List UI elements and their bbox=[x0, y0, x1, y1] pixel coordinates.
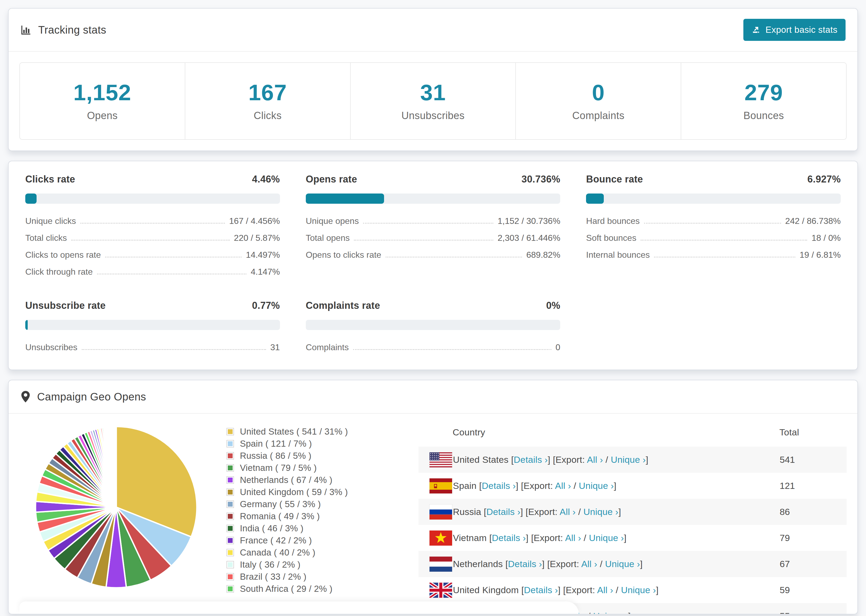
rate-row: Clicks to opens rate14.497% bbox=[25, 250, 280, 260]
details-link[interactable]: Details › bbox=[492, 533, 526, 543]
total-column-header: Total bbox=[779, 417, 847, 447]
rate-head: Complaints rate0% bbox=[306, 300, 561, 311]
geo-pie-legend: United States ( 541 / 31% )Spain ( 121 /… bbox=[227, 426, 404, 614]
bracket: [ bbox=[489, 533, 492, 543]
legend-item-netherlands[interactable]: Netherlands ( 67 / 4% ) bbox=[227, 475, 404, 485]
export-prefix: [Export: bbox=[521, 481, 555, 491]
legend-item-south-africa[interactable]: South Africa ( 29 / 2% ) bbox=[227, 584, 404, 594]
export-unique-link[interactable]: Unique › bbox=[593, 611, 628, 614]
export-all-link[interactable]: All › bbox=[581, 559, 597, 569]
bracket: ] bbox=[618, 507, 621, 517]
rate-title: Unsubscribe rate bbox=[25, 300, 106, 311]
export-all-link[interactable]: All › bbox=[555, 481, 571, 491]
rate-progress-bar bbox=[25, 193, 280, 204]
rate-value: 6.927% bbox=[808, 174, 841, 185]
details-link[interactable]: Details › bbox=[514, 454, 548, 465]
details-link[interactable]: Details › bbox=[482, 481, 516, 491]
export-unique-link[interactable]: Unique › bbox=[611, 454, 646, 465]
legend-swatch bbox=[227, 573, 234, 580]
rate-row: Total clicks220 / 5.87% bbox=[25, 233, 280, 243]
stat-label: Bounces bbox=[743, 110, 784, 121]
rate-progress-fill bbox=[586, 193, 604, 204]
bracket: ] bbox=[548, 454, 553, 465]
legend-label: Italy ( 36 / 2% ) bbox=[240, 559, 301, 570]
rate-progress-bar bbox=[306, 320, 561, 330]
legend-label: France ( 42 / 2% ) bbox=[240, 535, 312, 545]
legend-item-united-kingdom[interactable]: United Kingdom ( 59 / 3% ) bbox=[227, 487, 404, 497]
legend-item-russia[interactable]: Russia ( 86 / 5% ) bbox=[227, 451, 404, 461]
stat-value: 0 bbox=[592, 80, 605, 105]
geo-table-row-gb: United Kingdom [Details ›] [Export: All … bbox=[419, 577, 847, 603]
legend-item-brazil[interactable]: Brazil ( 33 / 2% ) bbox=[227, 572, 404, 582]
legend-swatch-color bbox=[228, 490, 233, 495]
dotted-leader bbox=[644, 223, 781, 224]
legend-item-spain[interactable]: Spain ( 121 / 7% ) bbox=[227, 438, 404, 449]
stat-label: Complaints bbox=[572, 110, 625, 121]
legend-item-romania[interactable]: Romania ( 49 / 3% ) bbox=[227, 511, 404, 522]
legend-item-vietnam[interactable]: Vietnam ( 79 / 5% ) bbox=[227, 463, 404, 473]
total-cell: 67 bbox=[779, 551, 847, 577]
slash: / bbox=[597, 559, 605, 569]
rate-head: Opens rate30.736% bbox=[306, 174, 561, 185]
legend-swatch bbox=[227, 476, 234, 484]
country-cell: Vietnam [Details ›] [Export: All › / Uni… bbox=[453, 525, 779, 551]
export-all-link[interactable]: All › bbox=[587, 454, 603, 465]
rate-row-label: Opens to clicks rate bbox=[306, 250, 381, 260]
legend-item-india[interactable]: India ( 46 / 3% ) bbox=[227, 523, 404, 533]
dotted-leader bbox=[363, 223, 493, 224]
export-prefix: [Export: bbox=[563, 585, 597, 595]
stat-cell-complaints: 0Complaints bbox=[515, 63, 681, 139]
rate-row-label: Hard bounces bbox=[586, 216, 639, 226]
rate-row: Opens to clicks rate689.82% bbox=[306, 250, 561, 260]
rate-row-label: Unsubscribes bbox=[25, 343, 77, 352]
legend-item-canada[interactable]: Canada ( 40 / 2% ) bbox=[227, 547, 404, 558]
export-unique-link[interactable]: Unique › bbox=[605, 559, 640, 569]
rate-row: Unsubscribes31 bbox=[25, 343, 280, 352]
rate-progress-bar bbox=[306, 193, 561, 204]
rate-row-label: Unique clicks bbox=[25, 216, 76, 226]
country-name: Netherlands bbox=[453, 559, 505, 569]
geo-table: Country Total United States [Details ›] … bbox=[419, 417, 847, 614]
geo-content: United States ( 541 / 31% )Spain ( 121 /… bbox=[9, 413, 857, 614]
legend-swatch bbox=[227, 464, 234, 472]
legend-label: India ( 46 / 3% ) bbox=[240, 523, 303, 533]
details-link[interactable]: Details › bbox=[524, 585, 558, 595]
export-prefix: [Export: bbox=[547, 559, 581, 569]
export-unique-link[interactable]: Unique › bbox=[621, 585, 656, 595]
flag-cell bbox=[419, 473, 453, 499]
export-all-link[interactable]: All › bbox=[560, 507, 576, 517]
stat-label: Clicks bbox=[254, 110, 282, 121]
legend-item-germany[interactable]: Germany ( 55 / 3% ) bbox=[227, 499, 404, 509]
rate-row: Soft bounces18 / 0% bbox=[586, 233, 841, 243]
rate-title: Complaints rate bbox=[306, 300, 380, 311]
export-basic-stats-button[interactable]: Export basic stats bbox=[743, 19, 846, 41]
country-cell: Russia [Details ›] [Export: All › / Uniq… bbox=[453, 499, 779, 525]
rate-head: Clicks rate4.46% bbox=[25, 174, 280, 185]
tracking-stats-header: Tracking stats Export basic stats bbox=[9, 9, 857, 52]
stat-cell-bounces: 279Bounces bbox=[681, 63, 846, 139]
bracket: ] bbox=[628, 611, 631, 614]
page-title: Tracking stats bbox=[38, 24, 106, 36]
country-name: Spain bbox=[453, 481, 479, 491]
country-cell: Netherlands [Details ›] [Export: All › /… bbox=[453, 551, 779, 577]
legend-label: Vietnam ( 79 / 5% ) bbox=[240, 463, 317, 473]
legend-item-france[interactable]: France ( 42 / 2% ) bbox=[227, 535, 404, 545]
dotted-leader bbox=[97, 273, 246, 274]
export-unique-link[interactable]: Unique › bbox=[589, 533, 624, 543]
rate-row-label: Total clicks bbox=[25, 233, 67, 243]
dotted-leader bbox=[71, 240, 230, 240]
total-cell: 86 bbox=[779, 499, 847, 525]
rate-section-bounce-rate: Bounce rate6.927%Hard bounces242 / 86.73… bbox=[586, 174, 841, 277]
country-cell: United Kingdom [Details ›] [Export: All … bbox=[453, 577, 779, 603]
export-all-link[interactable]: All › bbox=[597, 585, 613, 595]
legend-item-italy[interactable]: Italy ( 36 / 2% ) bbox=[227, 559, 404, 570]
details-link[interactable]: Details › bbox=[508, 559, 542, 569]
details-link[interactable]: Details › bbox=[486, 507, 520, 517]
legend-item-united-states[interactable]: United States ( 541 / 31% ) bbox=[227, 426, 404, 437]
export-unique-link[interactable]: Unique › bbox=[579, 481, 614, 491]
legend-swatch-color bbox=[228, 586, 233, 591]
export-all-link[interactable]: All › bbox=[565, 533, 581, 543]
rate-row-value: 220 / 5.87% bbox=[234, 233, 280, 243]
total-cell: 59 bbox=[779, 577, 847, 603]
export-unique-link[interactable]: Unique › bbox=[583, 507, 618, 517]
